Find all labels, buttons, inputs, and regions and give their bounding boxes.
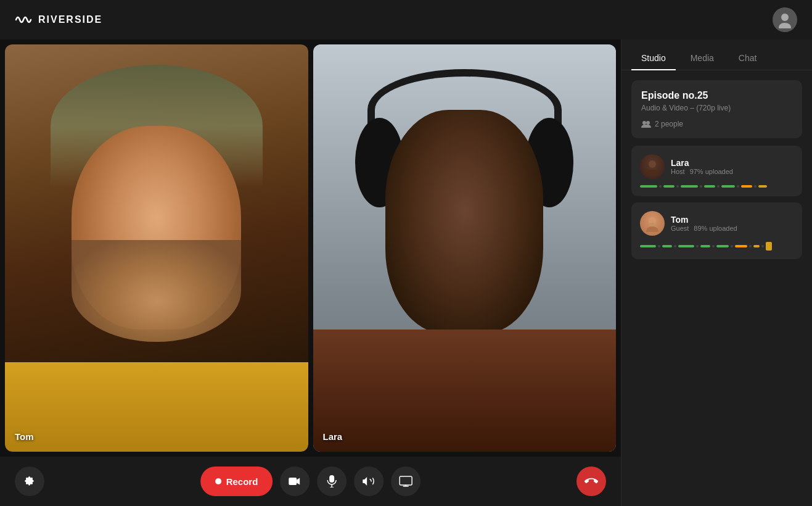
speaker-icon [363,475,375,487]
progress-seg-green5 [721,185,735,188]
toolbar-center: Record [200,467,421,496]
participant-role-tom: Guest [671,225,689,232]
sidebar-tabs: Studio Media Chat [621,39,812,70]
toolbar: Record [0,457,621,506]
t-progress-seg-green3 [678,245,694,247]
t-progress-seg-green4 [700,245,710,247]
progress-seg-gap4 [717,185,720,188]
progress-seg-green [640,185,657,188]
sidebar: Studio Media Chat Episode no.25 Audio & … [621,39,812,506]
tab-chat[interactable]: Chat [729,47,767,70]
participant-name-tom: Tom [671,215,737,225]
video-tile-tom: Tom [5,44,308,452]
sidebar-content: Episode no.25 Audio & Video – (720p live… [621,70,812,506]
progress-seg-green4 [704,185,715,188]
participant-role-lara: Host [671,168,685,175]
t-progress-seg-gap6 [749,245,752,247]
people-count-text: 2 people [655,120,683,128]
t-progress-seg-green2 [662,245,672,247]
episode-subtitle: Audio & Video – (720p live) [641,104,792,112]
avatar-tom-icon [644,215,661,232]
settings-button[interactable] [15,467,44,496]
avatar-icon [776,11,794,28]
episode-title: Episode no.25 [641,90,792,101]
t-progress-seg-gap2 [674,245,676,247]
video-tile-lara: Lara [313,44,617,452]
progress-bar-lara [640,185,794,188]
avatar-lara-icon [644,158,661,175]
participant-info-tom: Tom Guest 89% uploaded [671,215,737,232]
video-label-tom: Tom [15,431,34,442]
record-button[interactable]: Record [200,467,273,496]
user-avatar[interactable] [773,7,797,32]
tab-studio[interactable]: Studio [631,47,676,70]
toolbar-left [15,467,44,496]
participant-avatar-lara [640,154,665,179]
progress-seg-green2 [663,185,675,188]
upload-percent-lara: 97% uploaded [690,168,733,175]
progress-seg-gap5 [737,185,739,188]
progress-seg-gap2 [676,185,679,188]
participant-name-lara: Lara [671,158,733,168]
camera-button[interactable] [280,467,310,496]
people-icon [641,120,651,128]
speaker-button[interactable] [354,467,383,496]
participant-role-line-tom: Guest 89% uploaded [671,225,737,232]
toolbar-right [576,467,606,496]
video-area: Tom Lara [0,39,621,506]
screen-share-icon [399,476,412,487]
t-progress-seg-gap4 [712,245,715,247]
t-progress-seg-green5 [716,245,729,247]
logo: RIVERSIDE [15,14,102,26]
progress-seg-gap1 [659,185,662,188]
main-content: Tom Lara [0,39,812,506]
svg-point-8 [646,170,658,175]
t-progress-seg-gap5 [731,245,733,247]
participant-info-lara: Lara Host 97% uploaded [671,158,733,175]
progress-seg-pending [758,185,767,188]
svg-point-11 [649,223,655,226]
participant-card-lara: Lara Host 97% uploaded [631,146,802,196]
video-grid: Tom Lara [0,39,621,457]
header: RIVERSIDE [0,0,812,39]
progress-seg-gap6 [754,185,757,188]
progress-seg-green3 [681,185,698,188]
svg-point-1 [779,23,791,28]
people-count: 2 people [641,120,792,128]
svg-point-6 [646,121,650,125]
progress-seg-orange1 [741,185,752,188]
tab-media[interactable]: Media [681,47,724,70]
logo-wave-icon [15,14,32,26]
t-progress-seg-orange1 [735,245,747,247]
svg-point-5 [642,121,646,125]
progress-bar-tom [640,242,794,251]
gear-icon [23,475,36,487]
episode-card: Episode no.25 Audio & Video – (720p live… [631,80,802,138]
t-progress-seg-gap7 [761,245,764,247]
svg-point-0 [781,14,789,21]
participant-header-lara: Lara Host 97% uploaded [640,154,794,179]
logo-text: RIVERSIDE [38,14,102,25]
participant-card-tom: Tom Guest 89% uploaded [631,202,802,259]
svg-point-10 [646,226,658,232]
mic-button[interactable] [317,467,347,496]
t-progress-seg-gap3 [696,245,699,247]
record-dot-icon [215,478,221,484]
t-progress-seg-green [640,245,656,247]
camera-icon [289,476,301,486]
svg-rect-4 [400,476,412,485]
svg-point-7 [649,160,656,168]
end-call-button[interactable] [576,467,606,496]
mic-icon [327,475,337,487]
participant-header-tom: Tom Guest 89% uploaded [640,211,794,236]
progress-seg-gap3 [700,185,702,188]
video-label-lara: Lara [323,431,343,442]
t-progress-seg-pending [753,245,760,247]
record-label: Record [226,476,258,487]
participant-role-line-lara: Host 97% uploaded [671,168,733,175]
svg-rect-2 [289,478,297,485]
svg-rect-3 [329,475,334,483]
t-progress-indicator [766,242,772,251]
screen-share-button[interactable] [391,467,420,496]
upload-percent-tom: 89% uploaded [694,225,737,232]
